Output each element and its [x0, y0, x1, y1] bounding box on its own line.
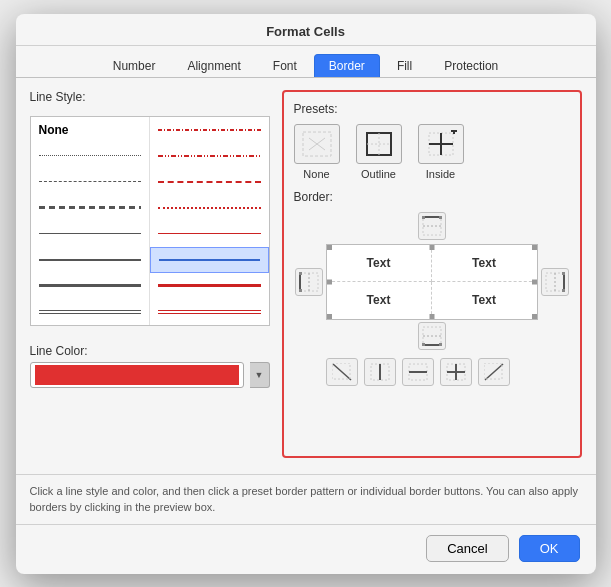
cancel-button[interactable]: Cancel — [426, 535, 508, 562]
svg-line-40 — [485, 364, 503, 380]
line-style-red-dashdotdot[interactable] — [150, 143, 269, 169]
preset-inside[interactable]: Inside — [418, 124, 464, 180]
border-horizontal-mid-btn[interactable] — [402, 358, 434, 386]
right-panel: Presets: None — [282, 90, 582, 458]
svg-rect-41 — [484, 363, 502, 379]
tab-fill[interactable]: Fill — [382, 54, 427, 77]
preset-none-label: None — [303, 168, 329, 180]
line-style-red-medium-selected[interactable] — [150, 247, 269, 273]
line-style-red-double[interactable] — [150, 299, 269, 325]
info-text: Click a line style and color, and then c… — [16, 474, 596, 524]
border-bottom-btn[interactable] — [418, 322, 446, 350]
svg-rect-29 — [422, 343, 425, 346]
preview-cell-br: Text — [432, 282, 537, 319]
tab-number[interactable]: Number — [98, 54, 171, 77]
border-right-btn-area — [540, 244, 570, 320]
none-icon — [301, 130, 333, 158]
svg-rect-14 — [422, 216, 425, 219]
presets-row: None Outline — [294, 124, 570, 180]
svg-rect-15 — [439, 216, 442, 219]
color-dropdown-arrow[interactable]: ▼ — [250, 362, 270, 388]
inside-icon — [425, 130, 457, 158]
line-color-section: Line Color: ▼ — [30, 344, 270, 388]
ok-button[interactable]: OK — [519, 535, 580, 562]
preview-cell-tr: Text — [432, 245, 537, 282]
line-style-dashed-med[interactable] — [31, 195, 150, 221]
preview-cell-tl: Text — [327, 245, 432, 282]
color-swatch — [35, 365, 239, 385]
preset-outline-btn[interactable] — [356, 124, 402, 164]
svg-rect-19 — [299, 272, 302, 275]
border-label: Border: — [294, 190, 570, 204]
dialog-footer: Cancel OK — [16, 524, 596, 574]
border-top-btn-area — [326, 212, 538, 242]
content-area: Line Style: None — [16, 78, 596, 470]
svg-rect-30 — [439, 343, 442, 346]
preset-none[interactable]: None — [294, 124, 340, 180]
left-panel: Line Style: None — [30, 90, 270, 458]
border-vertical-mid-btn[interactable] — [364, 358, 396, 386]
border-diag-up-btn[interactable] — [478, 358, 510, 386]
preview-cell-bl: Text — [327, 282, 432, 319]
border-corner-br — [540, 322, 570, 352]
border-corner-bl — [294, 322, 324, 352]
line-style-dashed-sm[interactable] — [31, 169, 150, 195]
line-style-solid-medium[interactable] — [31, 247, 150, 273]
line-style-none[interactable]: None — [31, 117, 150, 143]
dialog-title: Format Cells — [16, 14, 596, 46]
line-style-label: Line Style: — [30, 90, 270, 104]
line-styles-container: None — [30, 116, 270, 326]
border-extra-btns — [294, 358, 570, 386]
border-section: Border: — [294, 190, 570, 446]
tab-font[interactable]: Font — [258, 54, 312, 77]
preset-outline-label: Outline — [361, 168, 396, 180]
border-corner-tr — [540, 212, 570, 242]
tab-alignment[interactable]: Alignment — [172, 54, 255, 77]
line-style-solid-thick[interactable] — [31, 273, 150, 299]
line-style-red-dashed[interactable] — [150, 169, 269, 195]
border-corner-tl — [294, 212, 324, 242]
line-style-dotted-fine[interactable] — [31, 143, 150, 169]
line-style-red-dashdot[interactable] — [150, 117, 269, 143]
color-swatch-container[interactable] — [30, 362, 244, 388]
svg-rect-25 — [562, 289, 565, 292]
format-cells-dialog: Format Cells Number Alignment Font Borde… — [16, 14, 596, 574]
line-style-red-thin[interactable] — [150, 221, 269, 247]
preset-outline[interactable]: Outline — [356, 124, 402, 180]
border-all-mid-btn[interactable] — [440, 358, 472, 386]
border-preview-box[interactable]: Text Text Text Text — [326, 244, 538, 320]
border-left-btn-area — [294, 244, 324, 320]
svg-rect-24 — [562, 272, 565, 275]
border-grid: Text Text Text Text — [294, 212, 570, 352]
color-picker-row: ▼ — [30, 362, 270, 388]
preset-inside-label: Inside — [426, 168, 455, 180]
border-bottom-btn-area — [326, 322, 538, 352]
outline-icon — [363, 130, 395, 158]
preset-inside-btn[interactable] — [418, 124, 464, 164]
preset-none-btn[interactable] — [294, 124, 340, 164]
tab-border[interactable]: Border — [314, 54, 380, 77]
tab-protection[interactable]: Protection — [429, 54, 513, 77]
svg-line-31 — [333, 364, 351, 380]
border-right-btn[interactable] — [541, 268, 569, 296]
line-style-double[interactable] — [31, 299, 150, 325]
presets-section: Presets: None — [294, 102, 570, 180]
tabs-bar: Number Alignment Font Border Fill Protec… — [16, 46, 596, 78]
line-style-red-thick[interactable] — [150, 273, 269, 299]
presets-label: Presets: — [294, 102, 570, 116]
border-left-btn[interactable] — [295, 268, 323, 296]
svg-rect-20 — [299, 289, 302, 292]
line-color-label: Line Color: — [30, 344, 270, 358]
line-style-solid-thin[interactable] — [31, 221, 150, 247]
border-diag-down-btn[interactable] — [326, 358, 358, 386]
line-style-red-dotted[interactable] — [150, 195, 269, 221]
border-top-btn[interactable] — [418, 212, 446, 240]
